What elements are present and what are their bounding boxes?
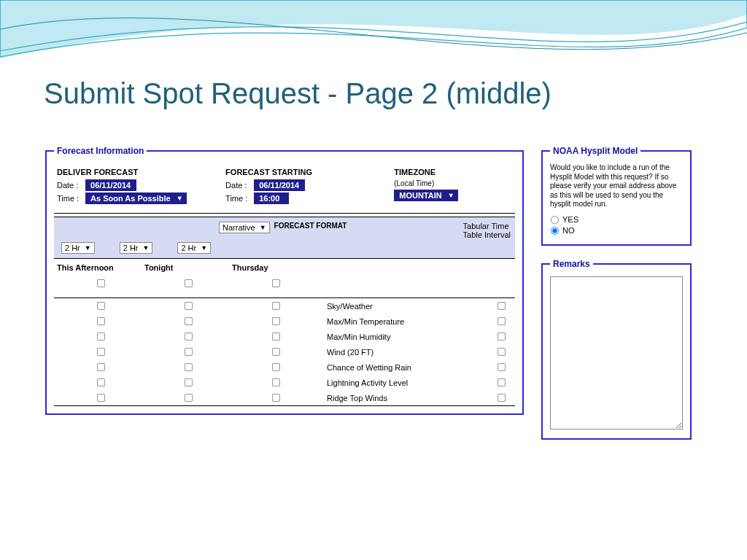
- hysplit-fieldset: NOAA Hysplit Model Would you like to inc…: [541, 146, 692, 246]
- param-checkbox[interactable]: [97, 317, 105, 325]
- page-title: Submit Spot Request - Page 2 (middle): [44, 77, 551, 110]
- param-checkbox[interactable]: [97, 394, 105, 402]
- param-row: Max/Min Humidity: [54, 329, 515, 344]
- hysplit-yes-radio[interactable]: [551, 215, 559, 223]
- param-label: Lightning Activity Level: [320, 378, 490, 387]
- forecast-format-bar: Narrative ▼ FORECAST FORMAT Tabular Time…: [54, 217, 515, 259]
- period-checkbox-2[interactable]: [272, 279, 280, 287]
- param-checkbox[interactable]: [97, 363, 105, 371]
- interval-select-2[interactable]: 2 Hr ▼: [177, 242, 211, 254]
- deliver-date-input[interactable]: 06/11/2014: [85, 179, 136, 191]
- hysplit-no-label: NO: [562, 226, 575, 235]
- forecast-top-row: DELIVER FORECAST Date : 06/11/2014 Time …: [54, 163, 515, 214]
- forecast-format-label: FORECAST FORMAT: [274, 222, 347, 230]
- forecast-starting-column: FORECAST STARTING Date : 06/11/2014 Time…: [225, 168, 394, 206]
- param-extra-checkbox[interactable]: [498, 332, 506, 341]
- remarks-legend: Remarks: [550, 259, 593, 269]
- hysplit-no-radio[interactable]: [551, 226, 559, 234]
- param-extra-checkbox[interactable]: [498, 363, 506, 371]
- starting-date-input[interactable]: 06/11/2014: [254, 179, 305, 191]
- param-row: Max/Min Temperature: [54, 314, 515, 329]
- chevron-down-icon: ▼: [448, 192, 454, 199]
- timezone-heading: TIMEZONE: [394, 168, 512, 176]
- param-row: Wind (20 FT): [54, 344, 515, 359]
- timezone-select[interactable]: MOUNTAIN ▼: [394, 190, 457, 201]
- timezone-note: (Local Time): [394, 179, 512, 187]
- param-checkbox[interactable]: [97, 378, 105, 386]
- period-0: This Afternoon: [57, 263, 144, 272]
- period-checkbox-1[interactable]: [185, 279, 193, 287]
- deliver-time-select[interactable]: As Soon As Possible ▼: [85, 192, 187, 204]
- forecast-information-legend: Forecast Information: [54, 146, 147, 156]
- starting-date-label: Date :: [225, 181, 252, 190]
- param-extra-checkbox[interactable]: [498, 394, 506, 402]
- param-checkbox[interactable]: [97, 302, 105, 310]
- param-label: Max/Min Temperature: [320, 317, 490, 326]
- chevron-down-icon: ▼: [201, 244, 207, 252]
- param-checkbox[interactable]: [185, 302, 193, 310]
- param-label: Ridge Top Winds: [320, 394, 490, 402]
- deliver-date-label: Date :: [57, 181, 83, 190]
- chevron-down-icon: ▼: [177, 195, 183, 202]
- period-1: Tonight: [144, 263, 232, 272]
- period-2: Thursday: [232, 263, 320, 272]
- param-checkbox[interactable]: [272, 394, 280, 402]
- param-label: Wind (20 FT): [320, 348, 490, 357]
- hysplit-yes-label: YES: [562, 215, 578, 224]
- param-extra-checkbox[interactable]: [498, 378, 506, 386]
- wave-background: [0, 0, 747, 88]
- param-checkbox[interactable]: [185, 348, 193, 356]
- forecast-information-fieldset: Forecast Information DELIVER FORECAST Da…: [45, 146, 524, 415]
- param-row: Chance of Wetting Rain: [54, 359, 515, 375]
- param-checkbox[interactable]: [272, 332, 280, 341]
- param-checkbox[interactable]: [272, 317, 280, 325]
- param-checkbox[interactable]: [185, 363, 193, 371]
- param-row: Lightning Activity Level: [54, 375, 515, 390]
- period-checkbox-0[interactable]: [97, 279, 105, 287]
- tabular-label: Tabular Time Table Interval: [463, 222, 511, 239]
- param-extra-checkbox[interactable]: [498, 348, 506, 356]
- starting-heading: FORECAST STARTING: [225, 168, 394, 176]
- interval-select-0[interactable]: 2 Hr ▼: [61, 242, 95, 254]
- hysplit-legend: NOAA Hysplit Model: [550, 146, 640, 156]
- param-label: Chance of Wetting Rain: [320, 363, 490, 372]
- param-checkbox[interactable]: [185, 332, 193, 341]
- chevron-down-icon: ▼: [85, 244, 91, 252]
- param-checkbox[interactable]: [272, 378, 280, 386]
- period-select-row: [54, 273, 515, 295]
- param-extra-checkbox[interactable]: [498, 317, 506, 325]
- period-headers: This Afternoon Tonight Thursday: [54, 259, 515, 273]
- param-row: Ridge Top Winds: [54, 390, 515, 405]
- starting-time-label: Time :: [225, 194, 252, 203]
- interval-select-1[interactable]: 2 Hr ▼: [120, 242, 153, 254]
- param-checkbox[interactable]: [272, 363, 280, 371]
- param-checkbox[interactable]: [185, 378, 193, 386]
- starting-time-input[interactable]: 16:00: [254, 192, 289, 204]
- chevron-down-icon: ▼: [260, 224, 266, 231]
- param-extra-checkbox[interactable]: [498, 302, 506, 310]
- param-checkbox[interactable]: [185, 317, 193, 325]
- param-checkbox[interactable]: [185, 394, 193, 402]
- chevron-down-icon: ▼: [142, 244, 149, 252]
- param-checkbox[interactable]: [272, 348, 280, 356]
- deliver-time-label: Time :: [57, 194, 83, 203]
- deliver-heading: DELIVER FORECAST: [57, 168, 225, 176]
- deliver-forecast-column: DELIVER FORECAST Date : 06/11/2014 Time …: [57, 168, 225, 206]
- param-checkbox[interactable]: [97, 348, 105, 356]
- param-checkbox[interactable]: [97, 332, 105, 341]
- remarks-fieldset: Remarks: [541, 259, 692, 440]
- param-checkbox[interactable]: [272, 302, 280, 310]
- param-label: Max/Min Humidity: [320, 332, 490, 341]
- parameter-grid: Sky/Weather Max/Min Temperature Max/Min …: [54, 298, 515, 406]
- remarks-textarea[interactable]: [550, 276, 683, 429]
- param-row: Sky/Weather: [54, 298, 515, 314]
- param-label: Sky/Weather: [320, 302, 490, 311]
- forecast-format-select[interactable]: Narrative ▼: [219, 222, 270, 233]
- timezone-column: TIMEZONE (Local Time) MOUNTAIN ▼: [394, 168, 512, 206]
- hysplit-text: Would you like to include a run of the H…: [550, 163, 683, 209]
